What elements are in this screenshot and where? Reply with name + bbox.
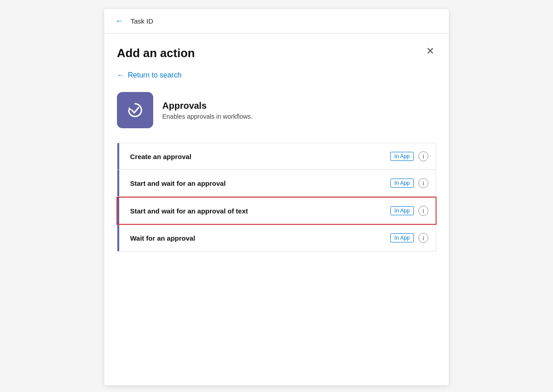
action-item-label: Create an approval <box>126 153 191 160</box>
panel-title-row: Add an action ✕ <box>117 46 436 60</box>
header-back-arrow-icon: ← <box>115 16 123 26</box>
action-item-start-wait-approval[interactable]: Start and wait for an approval In App i <box>117 170 436 197</box>
close-button[interactable]: ✕ <box>424 46 436 56</box>
header-title: Task ID <box>131 17 153 25</box>
add-action-panel: ← Task ID Add an action ✕ ← Return to se… <box>104 9 449 385</box>
action-list: Create an approval In App i Start and wa… <box>117 143 436 252</box>
action-item-right: In App i <box>390 151 428 161</box>
return-arrow-icon: ← <box>117 71 124 79</box>
action-item-wait-approval[interactable]: Wait for an approval In App i <box>117 225 436 252</box>
info-icon[interactable]: i <box>418 233 428 243</box>
info-icon[interactable]: i <box>418 206 428 216</box>
service-icon <box>117 92 153 128</box>
approvals-icon <box>124 99 146 121</box>
action-item-right: In App i <box>390 178 428 188</box>
action-item-label: Wait for an approval <box>126 234 195 242</box>
service-text: Approvals Enables approvals in workflows… <box>162 101 252 120</box>
panel-title: Add an action <box>117 46 195 60</box>
return-to-search-button[interactable]: ← Return to search <box>117 71 181 79</box>
in-app-badge[interactable]: In App <box>390 152 414 161</box>
action-item-right: In App i <box>390 206 428 216</box>
service-name: Approvals <box>162 101 252 111</box>
in-app-badge[interactable]: In App <box>390 206 414 215</box>
action-item-create-approval[interactable]: Create an approval In App i <box>117 143 436 170</box>
info-icon[interactable]: i <box>418 178 428 188</box>
action-item-label: Start and wait for an approval of text <box>126 207 248 215</box>
action-item-start-wait-approval-text[interactable]: Start and wait for an approval of text I… <box>116 197 437 225</box>
panel-body: Add an action ✕ ← Return to search Appro… <box>104 34 449 264</box>
info-icon[interactable]: i <box>418 151 428 161</box>
panel-header: ← Task ID <box>104 9 449 34</box>
in-app-badge[interactable]: In App <box>390 233 414 242</box>
return-to-search-label: Return to search <box>128 71 181 79</box>
action-item-right: In App i <box>390 233 428 243</box>
action-item-label: Start and wait for an approval <box>126 179 226 187</box>
header-back-button[interactable]: ← <box>113 15 125 27</box>
service-info: Approvals Enables approvals in workflows… <box>117 92 436 128</box>
service-description: Enables approvals in workflows. <box>162 113 252 120</box>
in-app-badge[interactable]: In App <box>390 179 414 188</box>
